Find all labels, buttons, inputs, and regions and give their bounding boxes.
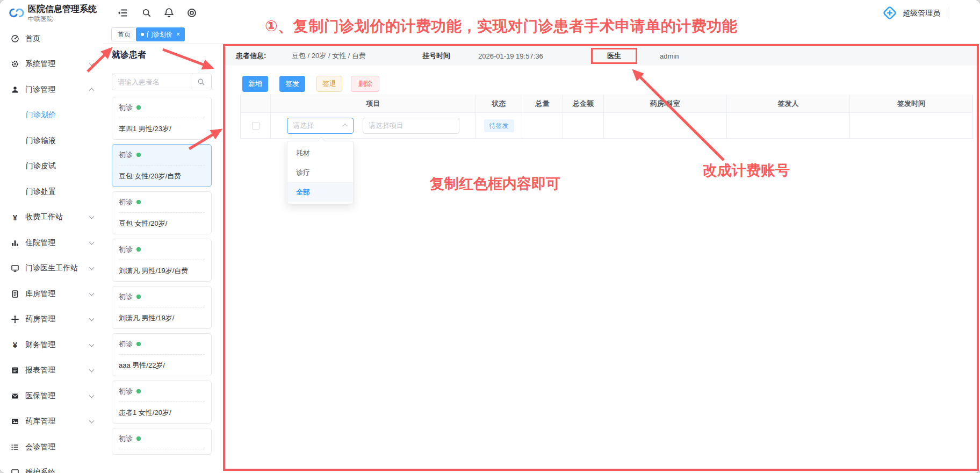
patient-info: 刘潇凡 男性/19岁/ <box>112 307 211 329</box>
chevron-down-icon <box>89 392 95 398</box>
sidebar-item-charging-station[interactable]: ¥ 收费工作站 <box>0 205 103 231</box>
sidebar-item-warehouse[interactable]: 库房管理 <box>0 281 103 307</box>
hospital-logo-icon <box>9 5 25 21</box>
table-row: 请选择 待签发 <box>240 113 973 139</box>
sidebar-item-label: 会诊管理 <box>25 442 55 452</box>
billing-table: 项目 状态 总量 总金额 药房/科室 签发人 签发时间 请选择 待签发 <box>240 95 973 139</box>
panel-title: 就诊患者 <box>112 49 146 61</box>
patient-card-clipped[interactable]: 初诊 <box>112 428 212 455</box>
bar-chart-icon <box>11 239 19 247</box>
status-dot <box>136 153 141 157</box>
patient-list-panel: 就诊患者 初诊 李四1 男性/23岁/ 初诊 豆包 女性/20岁/自费 初诊 豆… <box>103 44 220 473</box>
sidebar-item-outpatient-skin-test[interactable]: 门诊皮试 <box>0 154 103 180</box>
sidebar-item-label: 报表管理 <box>25 366 55 375</box>
search-icon[interactable] <box>142 8 152 18</box>
sidebar-item-inpatient[interactable]: 住院管理 <box>0 230 103 256</box>
patient-search <box>112 74 212 90</box>
dropdown-option-all-selected[interactable]: 全部 <box>287 182 353 202</box>
add-button[interactable]: 新增 <box>242 76 268 92</box>
bell-icon[interactable] <box>164 8 174 18</box>
patient-info: 刘潇凡 男性/19岁/自费 <box>112 260 211 282</box>
patient-search-input[interactable] <box>112 74 191 90</box>
status-dot <box>136 295 141 299</box>
visit-type-badge: 初诊 <box>119 386 133 396</box>
visit-type-badge: 初诊 <box>119 150 133 160</box>
sidebar-item-reports[interactable]: 报表管理 <box>0 358 103 384</box>
collapse-menu-icon[interactable] <box>117 8 128 18</box>
status-dot <box>136 389 141 393</box>
annotation-copy-note: 复制红色框内容即可 <box>430 174 560 194</box>
yen-icon: ¥ <box>11 213 19 222</box>
cell-pharmacy-dept <box>604 113 727 139</box>
user-role[interactable]: 超级管理员 <box>903 9 940 18</box>
tab-outpatient-pricing[interactable]: 门诊划价 × <box>136 27 185 41</box>
patient-card-selected[interactable]: 初诊 豆包 女性/20岁/自费 <box>112 144 212 187</box>
list-icon <box>11 443 19 452</box>
patient-card[interactable]: 初诊 刘潇凡 男性/19岁/ <box>112 286 212 329</box>
visit-type-badge: 初诊 <box>119 339 133 349</box>
column-header-item: 项目 <box>271 95 476 113</box>
patient-info: 豆包 女性/20岁/ <box>112 213 211 234</box>
app-title: 医院信息管理系统 <box>28 4 97 15</box>
dropdown-option-consumables[interactable]: 耗材 <box>287 144 353 163</box>
delete-button[interactable]: 删除 <box>351 76 379 92</box>
item-search-input[interactable] <box>363 118 459 133</box>
sidebar-item-drug-store[interactable]: 药库管理 <box>0 409 103 435</box>
reg-time-value: 2026-01-19 19:57:36 <box>478 52 543 60</box>
sidebar-item-finance[interactable]: ¥ 财务管理 <box>0 332 103 358</box>
annotation-step-note: ①、复制门诊划价的计费功能，实现对门诊患者手术申请单的计费功能 <box>265 16 737 37</box>
patient-info: 患者1 女性/20岁/ <box>112 402 211 424</box>
sidebar-item-label: 库房管理 <box>25 289 55 299</box>
sidebar-item-outpatient-pricing[interactable]: 门诊划价 <box>0 103 103 128</box>
status-dot <box>136 247 141 252</box>
patient-search-button[interactable] <box>191 74 211 90</box>
sidebar-item-outpatient[interactable]: 门诊管理 <box>0 77 103 103</box>
patient-card[interactable]: 初诊 患者1 女性/20岁/ <box>112 381 212 424</box>
medical-cross-icon <box>882 5 897 20</box>
patient-card-list: 初诊 李四1 男性/23岁/ 初诊 豆包 女性/20岁/自费 初诊 豆包 女性/… <box>112 97 212 455</box>
sidebar-item-doctor-station[interactable]: 门诊医生工作站 <box>0 256 103 282</box>
patient-card[interactable]: 初诊 李四1 男性/23岁/ <box>112 97 212 140</box>
chevron-down-icon <box>89 316 95 321</box>
image-icon <box>11 417 19 426</box>
sidebar-item-pharmacy[interactable]: 药房管理 <box>0 307 103 333</box>
patient-card[interactable]: 初诊 刘潇凡 男性/19岁/自费 <box>112 239 212 282</box>
select-all-column <box>240 95 271 113</box>
patient-card[interactable]: 初诊 豆包 女性/20岁/ <box>112 191 212 234</box>
sidebar-item-label: 门诊处置 <box>26 187 56 197</box>
patient-info: 豆包 女性/20岁/自费 <box>112 166 211 187</box>
tab-home[interactable]: 首页 <box>111 27 137 41</box>
dropdown-option-treatment[interactable]: 诊疗 <box>287 163 353 182</box>
tab-close-icon[interactable]: × <box>176 31 180 38</box>
chevron-down-icon <box>89 341 95 347</box>
sidebar-item-system[interactable]: 系统管理 <box>0 52 103 77</box>
sidebar-item-home[interactable]: 首页 <box>0 26 103 52</box>
cell-total-qty <box>522 113 563 139</box>
fullscreen-target-icon[interactable] <box>186 8 197 18</box>
sidebar-item-insurance[interactable]: 医保管理 <box>0 383 103 409</box>
patient-card[interactable]: 初诊 aaa 男性/22岁/ <box>112 333 212 376</box>
sidebar-item-maintenance[interactable]: 维护系统 <box>0 460 103 473</box>
item-type-select[interactable]: 请选择 <box>287 118 354 134</box>
tab-home-label: 首页 <box>118 30 131 39</box>
cell-issue-time <box>850 113 973 139</box>
checkout-button[interactable]: 签退 <box>316 76 342 92</box>
sidebar-item-consultation[interactable]: 会诊管理 <box>0 434 103 460</box>
sidebar-item-outpatient-treatment[interactable]: 门诊处置 <box>0 179 103 205</box>
chevron-down-icon <box>89 61 95 66</box>
chevron-down-icon <box>89 239 95 245</box>
issue-button[interactable]: 签发 <box>279 76 305 92</box>
sidebar-item-label: 门诊管理 <box>25 85 55 95</box>
sidebar-item-label: 医保管理 <box>25 391 55 401</box>
chevron-up-icon <box>89 88 95 93</box>
column-header-total-amount: 总金额 <box>563 95 604 113</box>
active-tab-dot <box>141 33 144 36</box>
doctor-label-redbox: 医生 <box>591 48 637 64</box>
visit-type-badge: 初诊 <box>119 245 133 254</box>
sidebar-item-outpatient-infusion[interactable]: 门诊输液 <box>0 128 103 154</box>
sidebar-item-label: 财务管理 <box>25 340 55 350</box>
user-icon <box>11 85 19 94</box>
report-icon <box>11 366 19 375</box>
row-checkbox[interactable] <box>252 122 260 130</box>
visit-type-badge: 初诊 <box>119 292 133 302</box>
